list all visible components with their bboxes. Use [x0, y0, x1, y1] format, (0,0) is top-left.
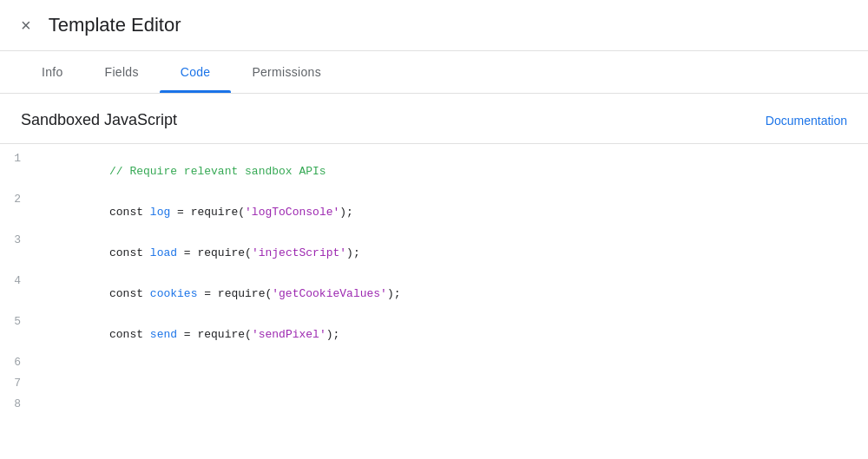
line-content-4: const cookies = require('getCookieValues…: [35, 274, 868, 313]
code-line-5: 5 const send = require('sendPixel');: [0, 314, 868, 355]
code-line-6: 6: [0, 355, 868, 376]
window-title: Template Editor: [49, 14, 181, 36]
line-number-7: 7: [0, 377, 35, 390]
code-line-8: 8: [0, 397, 868, 417]
line-content-2: const log = require('logToConsole');: [35, 193, 868, 232]
line-content-3: const load = require('injectScript');: [35, 233, 868, 272]
tab-permissions[interactable]: Permissions: [231, 51, 342, 93]
title-bar: × Template Editor: [0, 0, 868, 51]
code-line-1: 1 // Require relevant sandbox APIs: [0, 151, 868, 192]
tab-code[interactable]: Code: [160, 51, 232, 93]
line-content-5: const send = require('sendPixel');: [35, 315, 868, 354]
tab-info[interactable]: Info: [21, 51, 84, 93]
template-editor-window: × Template Editor Info Fields Code Permi…: [0, 0, 868, 459]
section-title: Sandboxed JavaScript: [21, 111, 177, 129]
line-number-4: 4: [0, 274, 35, 287]
content-area: Sandboxed JavaScript Documentation 1 // …: [0, 94, 868, 459]
code-line-2: 2 const log = require('logToConsole');: [0, 192, 868, 233]
code-editor[interactable]: 1 // Require relevant sandbox APIs 2 con…: [0, 144, 868, 459]
line-number-1: 1: [0, 152, 35, 165]
line-number-5: 5: [0, 315, 35, 328]
tabs-bar: Info Fields Code Permissions: [0, 51, 868, 94]
code-line-4: 4 const cookies = require('getCookieValu…: [0, 273, 868, 314]
documentation-link[interactable]: Documentation: [766, 114, 847, 128]
line-number-2: 2: [0, 193, 35, 206]
code-line-7: 7: [0, 376, 868, 397]
line-number-3: 3: [0, 233, 35, 246]
code-line-3: 3 const load = require('injectScript');: [0, 233, 868, 273]
line-number-6: 6: [0, 356, 35, 369]
line-number-8: 8: [0, 397, 35, 410]
tab-fields[interactable]: Fields: [84, 51, 160, 93]
close-button[interactable]: ×: [21, 16, 31, 34]
line-content-1: // Require relevant sandbox APIs: [35, 152, 868, 191]
section-header: Sandboxed JavaScript Documentation: [0, 94, 868, 144]
